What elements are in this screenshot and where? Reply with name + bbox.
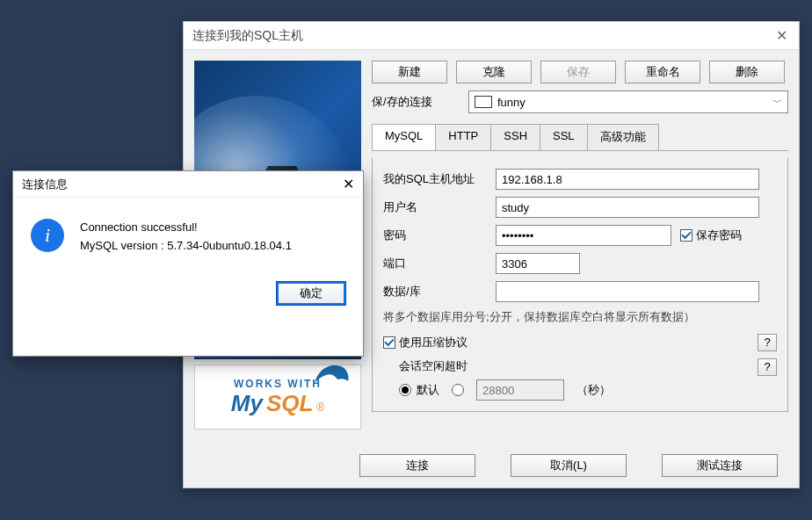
chevron-down-icon: ﹀ (772, 96, 782, 109)
checkbox-icon (680, 229, 692, 242)
idle-custom-radio[interactable] (452, 384, 464, 396)
radio-icon (452, 384, 464, 396)
ok-button[interactable]: 确定 (277, 282, 345, 305)
user-label: 用户名 (383, 199, 487, 215)
idle-default-label: 默认 (417, 382, 439, 398)
save-password-label: 保存密码 (696, 228, 742, 243)
window-title: 连接到我的SQL主机 (192, 28, 303, 44)
idle-seconds-input[interactable] (476, 379, 564, 401)
tab-http[interactable]: HTTP (435, 124, 491, 150)
tab-ssh[interactable]: SSH (490, 124, 540, 150)
idle-default-radio[interactable]: 默认 (399, 382, 439, 398)
password-label: 密码 (383, 228, 487, 243)
delete-button[interactable]: 删除 (709, 61, 785, 83)
connect-button[interactable]: 连接 (359, 454, 475, 477)
host-label: 我的SQL主机地址 (383, 171, 487, 187)
saved-connection-value: funny (497, 96, 767, 109)
test-connection-button[interactable]: 测试连接 (662, 454, 778, 477)
titlebar: 连接到我的SQL主机 ✕ (184, 22, 799, 50)
dialog-message-line1: Connection successful! (80, 219, 292, 237)
dialog-title: 连接信息 (22, 177, 68, 192)
host-input[interactable] (496, 169, 759, 190)
works-with-text: WORKS WITH (234, 378, 322, 390)
seconds-unit: （秒） (576, 382, 611, 398)
tab-panel-mysql: 我的SQL主机地址 用户名 密码 保存密码 端口 (372, 158, 788, 412)
tab-advanced[interactable]: 高级功能 (587, 124, 659, 150)
close-icon[interactable]: ✕ (772, 27, 790, 44)
dolphin-icon (311, 358, 353, 388)
close-icon[interactable]: ✕ (343, 176, 354, 192)
clone-button[interactable]: 克隆 (456, 61, 532, 83)
tab-mysql[interactable]: MySQL (372, 124, 436, 150)
rename-button[interactable]: 重命名 (625, 61, 700, 83)
tabs: MySQL HTTP SSH SSL 高级功能 (372, 124, 788, 151)
port-input[interactable] (496, 253, 580, 274)
new-button[interactable]: 新建 (372, 61, 447, 83)
compress-label: 使用压缩协议 (399, 335, 468, 350)
help-compress-button[interactable]: ? (758, 334, 777, 351)
works-with-mysql-badge: WORKS WITH MySQL® (194, 365, 361, 430)
info-icon: i (31, 219, 64, 252)
password-input[interactable] (496, 225, 671, 246)
database-label: 数据/库 (383, 284, 487, 300)
checkbox-icon (383, 336, 395, 349)
tab-ssl[interactable]: SSL (540, 124, 588, 150)
save-button: 保存 (540, 61, 616, 83)
color-swatch (475, 96, 492, 108)
dialog-message-line2: MySQL version : 5.7.34-0ubuntu0.18.04.1 (80, 237, 292, 256)
compress-checkbox[interactable]: 使用压缩协议 (383, 335, 468, 350)
cancel-button[interactable]: 取消(L) (511, 454, 627, 477)
saved-connection-combo[interactable]: funny ﹀ (468, 90, 788, 113)
saved-connection-label: 保/存的连接 (372, 94, 456, 110)
connection-info-dialog: 连接信息 ✕ i Connection successful! MySQL ve… (12, 170, 364, 357)
port-label: 端口 (383, 256, 487, 271)
mysql-logo-sql: SQL (266, 390, 313, 417)
radio-icon (399, 384, 411, 396)
idle-timeout-label: 会话空闲超时 (399, 358, 611, 374)
help-idle-button[interactable]: ? (758, 358, 777, 376)
mysql-logo-r: ® (316, 401, 324, 414)
user-input[interactable] (496, 197, 759, 218)
database-hint: 将多个数据库用分号;分开，保持数据库空白将显示所有数据） (383, 309, 777, 325)
mysql-logo-my: My (231, 390, 263, 417)
save-password-checkbox[interactable]: 保存密码 (680, 228, 742, 243)
database-input[interactable] (496, 281, 759, 302)
